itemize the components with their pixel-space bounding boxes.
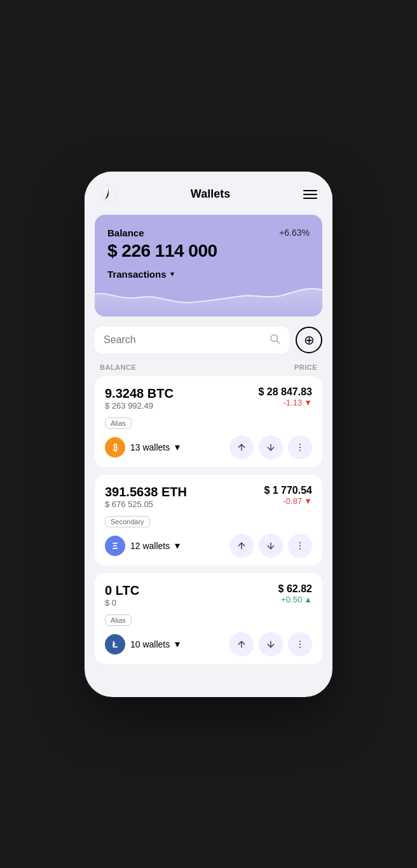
- eth-alias-tag[interactable]: Secondary: [105, 516, 150, 527]
- eth-card: 391.5638 ETH $ 676 525.05 $ 1 770.54 -0.…: [95, 475, 322, 566]
- svg-point-17: [299, 646, 301, 648]
- ltc-more-button[interactable]: [288, 632, 312, 656]
- balance-amount: $ 226 114 000: [107, 241, 310, 261]
- eth-wallets: 12 wallets: [130, 541, 170, 551]
- ltc-amount: 0 LTC: [105, 583, 139, 598]
- eth-more-button[interactable]: [288, 534, 312, 558]
- price-col-header: PRICE: [294, 363, 317, 371]
- search-icon: [269, 333, 280, 347]
- svg-point-12: [299, 548, 301, 549]
- transactions-row[interactable]: Transactions ▾: [107, 269, 310, 280]
- btc-send-button[interactable]: [229, 435, 254, 459]
- svg-point-5: [299, 444, 301, 445]
- eth-wallets-chevron-icon: ▾: [175, 539, 180, 552]
- ltc-send-button[interactable]: [229, 632, 254, 656]
- ltc-wallets-chevron-icon: ▾: [175, 638, 180, 650]
- btc-card: 9.3248 BTC $ 263 992.49 $ 28 847.83 -1.1…: [95, 376, 322, 467]
- ltc-alias-tag[interactable]: Alias: [105, 614, 132, 626]
- svg-point-11: [299, 545, 301, 546]
- eth-down-indicator: ▼: [304, 496, 312, 506]
- balance-label: Balance: [107, 227, 144, 238]
- svg-point-6: [299, 447, 301, 448]
- add-wallet-button[interactable]: ⊕: [296, 327, 322, 353]
- balance-change: +6.63%: [279, 227, 310, 238]
- btc-wallets: 13 wallets: [130, 442, 170, 452]
- eth-receive-button[interactable]: [259, 534, 283, 558]
- menu-icon[interactable]: [303, 190, 317, 199]
- btc-price: $ 28 847.83: [258, 386, 312, 398]
- eth-change: -0.87 ▼: [264, 496, 312, 506]
- ltc-logo: Ł: [105, 634, 125, 654]
- page-title: Wallets: [191, 187, 230, 201]
- logo-icon: [100, 184, 118, 205]
- btc-usd-value: $ 263 992.49: [105, 401, 174, 410]
- search-input[interactable]: [104, 334, 264, 346]
- column-headers: BALANCE PRICE: [85, 361, 332, 376]
- svg-point-16: [299, 644, 301, 645]
- btc-wallets-chevron-icon: ▾: [175, 441, 180, 453]
- svg-point-7: [299, 449, 301, 451]
- btc-change: -1.13 ▼: [258, 398, 312, 407]
- btc-alias-tag[interactable]: Alias: [105, 417, 132, 429]
- svg-point-15: [299, 641, 301, 642]
- transactions-chevron-icon: ▾: [170, 269, 174, 278]
- btc-receive-button[interactable]: [259, 435, 283, 459]
- eth-usd-value: $ 676 525.05: [105, 499, 187, 509]
- btc-down-indicator: ▼: [304, 398, 312, 407]
- eth-price: $ 1 770.54: [264, 485, 312, 496]
- transactions-label: Transactions: [107, 269, 167, 280]
- ltc-price: $ 62.82: [278, 583, 312, 595]
- btc-amount: 9.3248 BTC: [105, 386, 174, 401]
- search-container: [95, 327, 289, 353]
- header: Wallets: [85, 172, 332, 215]
- ltc-change: +0.50 ▲: [278, 595, 312, 604]
- balance-col-header: BALANCE: [100, 363, 136, 371]
- search-row: ⊕: [85, 327, 332, 361]
- btc-logo: ₿: [105, 437, 125, 458]
- eth-logo: Ξ: [105, 536, 125, 556]
- ltc-receive-button[interactable]: [259, 632, 283, 656]
- svg-line-2: [277, 341, 279, 343]
- ltc-card: 0 LTC $ 0 $ 62.82 +0.50 ▲ Alias Ł 10 wal…: [95, 573, 322, 664]
- ltc-wallets: 10 wallets: [130, 639, 170, 649]
- eth-amount: 391.5638 ETH: [105, 485, 187, 499]
- svg-point-10: [299, 542, 301, 543]
- eth-send-button[interactable]: [229, 534, 254, 558]
- btc-more-button[interactable]: [288, 435, 312, 459]
- balance-card: Balance +6.63% $ 226 114 000 Transaction…: [95, 215, 322, 316]
- ltc-up-indicator: ▲: [304, 595, 312, 604]
- phone-frame: Wallets Balance +6.63% $ 226 114 000 Tra…: [85, 172, 332, 697]
- ltc-usd-value: $ 0: [105, 598, 139, 607]
